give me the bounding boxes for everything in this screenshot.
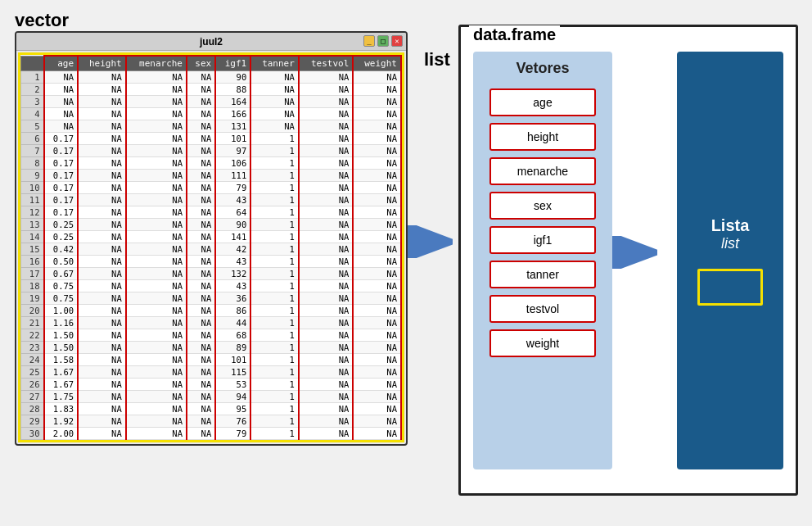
cell-igf1: 166 xyxy=(215,108,250,120)
cell-testvol: NA xyxy=(299,133,353,145)
cell-igf1: 76 xyxy=(215,415,250,428)
table-row: 9 0.17 NA NA NA 111 1 NA NA xyxy=(21,170,402,182)
table-window: juul2 _ □ ✕ age height menarche sex igf1… xyxy=(15,31,408,446)
cell-testvol: NA xyxy=(299,256,353,268)
cell-sex: NA xyxy=(187,243,215,256)
cell-sex: NA xyxy=(187,305,215,317)
cell-rownum: 2 xyxy=(21,84,44,96)
cell-height: NA xyxy=(78,292,126,305)
cell-testvol: NA xyxy=(299,305,353,317)
cell-weight: NA xyxy=(353,194,401,206)
cell-igf1: 68 xyxy=(215,329,250,342)
cell-rownum: 21 xyxy=(21,317,44,329)
dataframe-box: data.frame Vetores age height menarche s… xyxy=(458,25,798,496)
cell-igf1: 64 xyxy=(215,206,250,219)
table-row: 17 0.67 NA NA NA 132 1 NA NA xyxy=(21,268,402,280)
cell-testvol: NA xyxy=(299,194,353,206)
cell-igf1: 79 xyxy=(215,182,250,194)
cell-igf1: 43 xyxy=(215,194,250,206)
table-row: 7 0.17 NA NA NA 97 1 NA NA xyxy=(21,145,402,157)
cell-testvol: NA xyxy=(299,120,353,133)
cell-age: 1.50 xyxy=(44,342,79,354)
cell-rownum: 15 xyxy=(21,243,44,256)
cell-testvol: NA xyxy=(299,268,353,280)
cell-height: NA xyxy=(78,379,126,391)
cell-menarche: NA xyxy=(126,96,187,108)
table-row: 30 2.00 NA NA NA 79 1 NA NA xyxy=(21,428,402,440)
minimize-button[interactable]: _ xyxy=(363,35,375,47)
cell-rownum: 30 xyxy=(21,428,44,440)
cell-testvol: NA xyxy=(299,108,353,120)
cell-testvol: NA xyxy=(299,317,353,329)
cell-menarche: NA xyxy=(126,182,187,194)
maximize-button[interactable]: □ xyxy=(377,35,389,47)
cell-weight: NA xyxy=(353,391,401,403)
cell-rownum: 6 xyxy=(21,133,44,145)
table-row: 14 0.25 NA NA NA 141 1 NA NA xyxy=(21,231,402,243)
cell-tanner: NA xyxy=(250,120,299,133)
cell-sex: NA xyxy=(187,391,215,403)
cell-tanner: 1 xyxy=(250,170,299,182)
cell-sex: NA xyxy=(187,354,215,366)
cell-menarche: NA xyxy=(126,366,187,379)
cell-tanner: 1 xyxy=(250,243,299,256)
cell-menarche: NA xyxy=(126,342,187,354)
cell-igf1: 53 xyxy=(215,379,250,391)
cell-tanner: 1 xyxy=(250,391,299,403)
cell-age: 1.92 xyxy=(44,415,79,428)
vector-item-igf1: igf1 xyxy=(489,226,596,254)
cell-weight: NA xyxy=(353,219,401,231)
cell-sex: NA xyxy=(187,206,215,219)
cell-age: 0.17 xyxy=(44,206,79,219)
cell-menarche: NA xyxy=(126,71,187,84)
cell-igf1: 111 xyxy=(215,170,250,182)
cell-rownum: 12 xyxy=(21,206,44,219)
cell-height: NA xyxy=(78,403,126,415)
cell-age: NA xyxy=(44,84,79,96)
cell-rownum: 14 xyxy=(21,231,44,243)
col-header-menarche: menarche xyxy=(126,56,187,71)
table-row: 19 0.75 NA NA NA 36 1 NA NA xyxy=(21,292,402,305)
vector-item-sex: sex xyxy=(489,192,596,220)
cell-tanner: NA xyxy=(250,96,299,108)
cell-rownum: 27 xyxy=(21,391,44,403)
cell-igf1: 94 xyxy=(215,391,250,403)
cell-weight: NA xyxy=(353,280,401,292)
cell-weight: NA xyxy=(353,292,401,305)
col-header-height: height xyxy=(78,56,126,71)
lista-title: Lista xyxy=(711,216,750,235)
cell-testvol: NA xyxy=(299,329,353,342)
cell-rownum: 13 xyxy=(21,219,44,231)
cell-testvol: NA xyxy=(299,182,353,194)
cell-sex: NA xyxy=(187,366,215,379)
cell-menarche: NA xyxy=(126,305,187,317)
cell-age: 1.16 xyxy=(44,317,79,329)
cell-age: 0.67 xyxy=(44,268,79,280)
vetores-box: Vetores age height menarche sex igf1 tan… xyxy=(473,52,612,469)
cell-testvol: NA xyxy=(299,219,353,231)
cell-tanner: 1 xyxy=(250,366,299,379)
cell-weight: NA xyxy=(353,182,401,194)
cell-menarche: NA xyxy=(126,329,187,342)
cell-height: NA xyxy=(78,305,126,317)
cell-height: NA xyxy=(78,133,126,145)
table-row: 18 0.75 NA NA NA 43 1 NA NA xyxy=(21,280,402,292)
cell-testvol: NA xyxy=(299,354,353,366)
cell-testvol: NA xyxy=(299,391,353,403)
cell-age: 0.25 xyxy=(44,219,79,231)
table-row: 3 NA NA NA NA 164 NA NA NA xyxy=(21,96,402,108)
cell-height: NA xyxy=(78,182,126,194)
cell-tanner: 1 xyxy=(250,329,299,342)
col-header-igf1: igf1 xyxy=(215,56,250,71)
cell-igf1: 86 xyxy=(215,305,250,317)
cell-igf1: 101 xyxy=(215,133,250,145)
cell-igf1: 90 xyxy=(215,219,250,231)
cell-age: 0.50 xyxy=(44,256,79,268)
cell-menarche: NA xyxy=(126,194,187,206)
cell-menarche: NA xyxy=(126,219,187,231)
col-header-sex: sex xyxy=(187,56,215,71)
cell-testvol: NA xyxy=(299,170,353,182)
lista-box: Lista list xyxy=(677,52,783,469)
close-button[interactable]: ✕ xyxy=(391,35,403,47)
cell-height: NA xyxy=(78,194,126,206)
